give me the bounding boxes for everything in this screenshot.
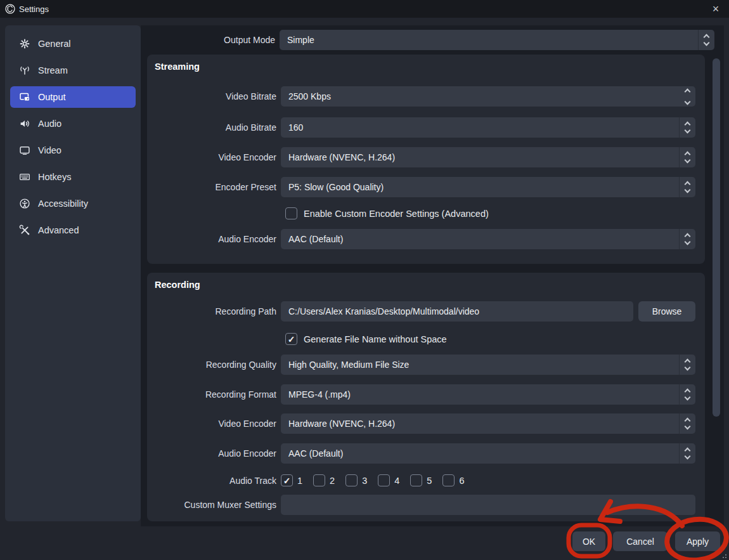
output-mode-select[interactable]: Simple (280, 30, 714, 50)
track-4-checkbox[interactable] (378, 474, 390, 486)
sidebar-item-stream[interactable]: Stream (10, 60, 136, 81)
generate-filename-label: Generate File Name without Space (304, 334, 447, 344)
browse-button[interactable]: Browse (638, 301, 695, 322)
sidebar-item-label: Audio (38, 119, 61, 129)
track-3-label: 3 (362, 476, 367, 486)
audio-track-4: 4 (378, 474, 399, 486)
cancel-button[interactable]: Cancel (613, 531, 668, 551)
audio-track-5: 5 (410, 474, 432, 486)
audio-track-row: Audio Track ✓ 1 2 3 4 5 6 (147, 474, 695, 486)
track-2-checkbox[interactable] (313, 474, 325, 486)
recording-format-row: Recording Format MPEG-4 (.mp4) (147, 384, 695, 405)
sidebar-item-audio[interactable]: Audio (10, 113, 136, 134)
recording-quality-value: High Quality, Medium File Size (281, 360, 679, 370)
chevron-up-down-icon[interactable] (698, 30, 714, 50)
audio-track-2: 2 (313, 474, 335, 486)
track-5-checkbox[interactable] (410, 474, 422, 486)
encoder-preset-row: Encoder Preset P5: Slow (Good Quality) (147, 177, 695, 197)
streaming-group: Streaming Video Bitrate 2500 Kbps Audio … (147, 55, 705, 264)
streaming-title: Streaming (155, 62, 695, 72)
recording-quality-row: Recording Quality High Quality, Medium F… (147, 355, 695, 375)
keyboard-icon (19, 171, 30, 183)
custom-encoder-checkbox-row: Enable Custom Encoder Settings (Advanced… (285, 207, 695, 219)
encoder-preset-value: P5: Slow (Good Quality) (281, 182, 679, 192)
audio-bitrate-row: Audio Bitrate 160 (147, 117, 695, 138)
chevron-up-down-icon[interactable] (679, 147, 695, 167)
track-1-checkbox[interactable]: ✓ (281, 474, 293, 486)
output-mode-row: Output Mode Simple (146, 30, 714, 50)
video-bitrate-label: Video Bitrate (147, 91, 281, 101)
generate-filename-checkbox[interactable]: ✓ (285, 333, 297, 345)
stream-audio-encoder-select[interactable]: AAC (Default) (281, 229, 695, 249)
sidebar-item-label: Video (38, 145, 61, 155)
sidebar-item-accessibility[interactable]: Accessibility (10, 193, 136, 214)
recording-audio-encoder-row: Audio Encoder AAC (Default) (147, 443, 695, 464)
custom-encoder-checkbox[interactable] (285, 207, 297, 219)
track-3-checkbox[interactable] (345, 474, 358, 486)
output-icon (19, 91, 30, 103)
chevron-up-down-icon[interactable] (679, 229, 695, 249)
recording-format-select[interactable]: MPEG-4 (.mp4) (281, 384, 695, 405)
video-bitrate-spinbox[interactable]: 2500 Kbps (281, 86, 695, 107)
sidebar-item-hotkeys[interactable]: Hotkeys (10, 166, 136, 188)
audio-bitrate-select[interactable]: 160 (281, 117, 695, 138)
recording-quality-select[interactable]: High Quality, Medium File Size (281, 355, 695, 375)
stream-video-encoder-select[interactable]: Hardware (NVENC, H.264) (281, 147, 695, 167)
chevron-up-down-icon[interactable] (679, 413, 695, 434)
recording-title: Recording (155, 280, 695, 290)
chevron-up-down-icon[interactable] (679, 177, 695, 197)
video-bitrate-value: 2500 Kbps (281, 91, 679, 101)
sidebar-item-video[interactable]: Video (10, 140, 136, 161)
video-encoder-value: Hardware (NVENC, H.264) (281, 152, 679, 162)
output-mode-value: Simple (280, 35, 698, 45)
apply-button[interactable]: Apply (675, 531, 720, 551)
vertical-scrollbar-thumb[interactable] (713, 58, 720, 417)
speaker-icon (19, 118, 30, 129)
stream-video-encoder-row: Video Encoder Hardware (NVENC, H.264) (147, 147, 695, 167)
resize-grip[interactable] (721, 553, 726, 558)
track-5-label: 5 (427, 476, 432, 486)
sidebar-item-label: Hotkeys (38, 172, 71, 182)
tools-icon (19, 225, 30, 236)
accessibility-icon (19, 198, 30, 209)
title-bar: Settings × (0, 0, 729, 18)
video-encoder-label: Video Encoder (147, 419, 281, 429)
recording-path-row: Recording Path Browse (147, 301, 695, 322)
antenna-icon (19, 65, 30, 76)
stream-audio-encoder-row: Audio Encoder AAC (Default) (147, 229, 695, 249)
chevron-up-down-icon[interactable] (679, 117, 695, 138)
audio-track-3: 3 (345, 474, 367, 486)
recording-path-input[interactable] (281, 301, 633, 322)
output-mode-label: Output Mode (146, 35, 280, 45)
display-icon (19, 145, 30, 156)
sidebar-item-general[interactable]: General (10, 33, 136, 55)
audio-encoder-value: AAC (Default) (281, 234, 679, 244)
audio-encoder-label: Audio Encoder (147, 448, 281, 459)
close-icon[interactable]: × (705, 0, 726, 18)
ok-button[interactable]: OK (572, 531, 605, 551)
chevron-up-down-icon[interactable] (679, 355, 695, 375)
sidebar-item-label: Accessibility (38, 199, 88, 209)
chevron-up-down-icon[interactable] (679, 384, 695, 405)
custom-muxer-input[interactable] (281, 495, 695, 515)
video-bitrate-row: Video Bitrate 2500 Kbps (147, 86, 695, 107)
chevron-up-down-icon[interactable] (679, 443, 695, 464)
spinner-arrows-icon[interactable] (679, 86, 695, 107)
sidebar-item-output[interactable]: Output (10, 86, 136, 108)
generate-filename-checkbox-row: ✓ Generate File Name without Space (285, 333, 695, 345)
recording-format-value: MPEG-4 (.mp4) (281, 389, 679, 400)
recording-video-encoder-select[interactable]: Hardware (NVENC, H.264) (281, 413, 695, 434)
recording-audio-encoder-select[interactable]: AAC (Default) (281, 443, 695, 464)
audio-encoder-value: AAC (Default) (281, 448, 679, 459)
track-6-label: 6 (459, 476, 464, 486)
sidebar-item-label: Output (38, 92, 66, 102)
track-6-checkbox[interactable] (442, 474, 455, 486)
recording-quality-label: Recording Quality (147, 360, 281, 370)
audio-track-1: ✓ 1 (281, 474, 302, 486)
encoder-preset-select[interactable]: P5: Slow (Good Quality) (281, 177, 695, 197)
settings-sidebar: General Stream Output Audio Video (5, 25, 141, 521)
track-2-label: 2 (330, 476, 335, 486)
sidebar-item-advanced[interactable]: Advanced (10, 219, 136, 241)
audio-encoder-label: Audio Encoder (147, 234, 281, 244)
encoder-preset-label: Encoder Preset (147, 182, 281, 192)
